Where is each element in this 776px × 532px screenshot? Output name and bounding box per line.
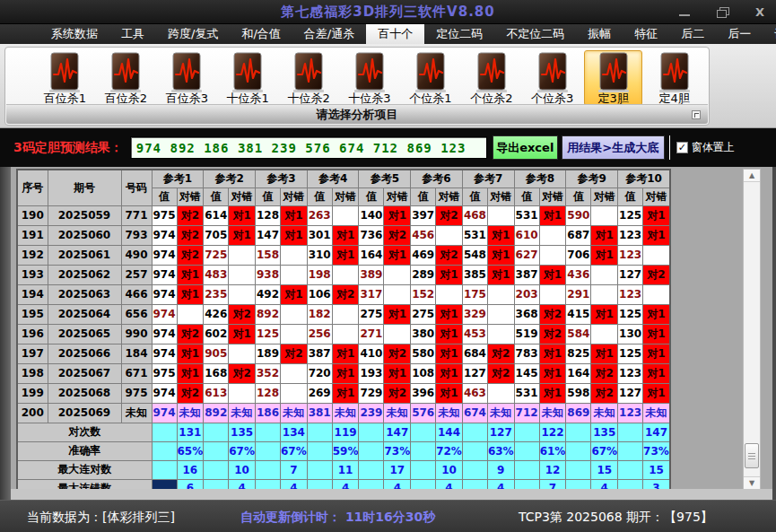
value-cell[interactable]: 705	[204, 225, 229, 245]
value-cell[interactable]: 397	[411, 205, 436, 225]
result-cell[interactable]: 对1	[643, 324, 670, 344]
result-cell[interactable]	[332, 304, 359, 324]
summary-blank-cell[interactable]	[618, 441, 643, 460]
value-cell[interactable]: 380	[411, 324, 436, 344]
result-cell[interactable]: 对1	[436, 383, 463, 403]
result-cell[interactable]	[229, 344, 256, 363]
summary-value-cell[interactable]: 144	[436, 423, 463, 441]
result-cell[interactable]: 对1	[539, 344, 566, 363]
result-cell[interactable]: 对1	[487, 265, 514, 284]
result-cell[interactable]: 对1	[643, 205, 670, 225]
menu-item[interactable]: 计划	[763, 24, 776, 44]
value-cell[interactable]: 783	[514, 344, 539, 363]
summary-blank-cell[interactable]	[462, 423, 487, 441]
result-cell[interactable]: 对1	[539, 383, 566, 403]
result-cell[interactable]: 对1	[591, 344, 618, 363]
value-cell[interactable]: 108	[411, 363, 436, 383]
value-cell[interactable]: 352	[255, 363, 280, 383]
result-cell[interactable]: 未知	[591, 403, 618, 423]
result-cell[interactable]: 对1	[332, 225, 359, 245]
export-excel-button[interactable]: 导出excel	[493, 135, 558, 160]
value-cell[interactable]: 610	[514, 225, 539, 245]
summary-blank-cell[interactable]	[359, 441, 384, 460]
value-cell[interactable]: 584	[566, 324, 591, 344]
menu-item[interactable]: 工具	[109, 24, 156, 44]
value-cell[interactable]: 125	[618, 205, 643, 225]
summary-value-cell[interactable]: 72%	[436, 441, 463, 460]
value-cell[interactable]: 123	[618, 225, 643, 245]
result-cell[interactable]: 对2	[229, 304, 256, 324]
result-cell[interactable]: 对1	[332, 344, 359, 363]
result-cell[interactable]: 对1	[229, 324, 256, 344]
value-cell[interactable]: 712	[514, 403, 539, 423]
summary-value-cell[interactable]: 67%	[280, 441, 307, 460]
value-cell[interactable]: 127	[618, 383, 643, 403]
result-cell[interactable]: 对2	[229, 363, 256, 383]
result-cell[interactable]	[229, 265, 256, 284]
value-cell[interactable]: 291	[566, 284, 591, 304]
result-cell[interactable]: 对1	[436, 265, 463, 284]
value-cell[interactable]: 123	[618, 403, 643, 423]
minimize-icon[interactable]	[677, 6, 692, 19]
value-cell[interactable]: 387	[307, 344, 332, 363]
dialog-launcher-icon[interactable]	[692, 110, 701, 119]
result-cell[interactable]: 未知	[539, 403, 566, 423]
result-cell[interactable]: 对1	[436, 363, 463, 383]
value-cell[interactable]: 203	[514, 284, 539, 304]
value-cell[interactable]: 127	[618, 265, 643, 284]
result-cell[interactable]: 对1	[177, 265, 204, 284]
value-cell[interactable]: 463	[462, 383, 487, 403]
result-cell[interactable]	[591, 265, 618, 284]
result-cell[interactable]: 对1	[436, 324, 463, 344]
result-cell[interactable]	[591, 284, 618, 304]
menu-item[interactable]: 和/合值	[230, 24, 292, 44]
result-cell[interactable]	[177, 304, 204, 324]
value-cell[interactable]: 123	[618, 245, 643, 265]
result-cell[interactable]: 对1	[177, 344, 204, 363]
result-cell[interactable]	[487, 383, 514, 403]
value-cell[interactable]: 627	[514, 245, 539, 265]
value-cell[interactable]: 974	[152, 403, 177, 423]
value-cell[interactable]: 869	[566, 403, 591, 423]
value-cell[interactable]: 193	[359, 363, 384, 383]
result-cell[interactable]: 未知	[487, 403, 514, 423]
value-cell[interactable]: 140	[359, 205, 384, 225]
value-cell[interactable]: 123	[618, 363, 643, 383]
value-cell[interactable]: 492	[255, 284, 280, 304]
result-cell[interactable]: 对1	[332, 245, 359, 265]
value-cell[interactable]: 614	[204, 205, 229, 225]
value-cell[interactable]: 975	[152, 205, 177, 225]
summary-value-cell[interactable]: 12	[539, 460, 566, 479]
summary-blank-cell[interactable]	[566, 460, 591, 479]
summary-blank-cell[interactable]	[307, 423, 332, 441]
value-cell[interactable]: 590	[566, 205, 591, 225]
menu-item[interactable]: 振幅	[576, 24, 623, 44]
menu-item[interactable]: 跨度/复式	[156, 24, 230, 44]
value-cell[interactable]: 301	[307, 225, 332, 245]
result-cell[interactable]: 对1	[280, 205, 307, 225]
summary-value-cell[interactable]: 10	[436, 460, 463, 479]
summary-blank-cell[interactable]	[152, 460, 177, 479]
value-cell[interactable]: 687	[566, 225, 591, 245]
summary-value-cell[interactable]: 9	[487, 460, 514, 479]
value-cell[interactable]: 239	[359, 403, 384, 423]
summary-value-cell[interactable]: 16	[177, 460, 204, 479]
value-cell[interactable]: 825	[566, 344, 591, 363]
value-cell[interactable]: 531	[514, 383, 539, 403]
result-cell[interactable]	[487, 304, 514, 324]
result-cell[interactable]: 对2	[487, 344, 514, 363]
summary-value-cell[interactable]: 63%	[487, 441, 514, 460]
value-cell[interactable]: 436	[566, 265, 591, 284]
result-cell[interactable]: 对2	[177, 383, 204, 403]
toolbar-button[interactable]: 定4胆	[645, 50, 703, 106]
result-cell[interactable]	[591, 205, 618, 225]
value-cell[interactable]: 317	[359, 284, 384, 304]
result-cell[interactable]: 对1	[643, 383, 670, 403]
result-cell[interactable]: 对1	[643, 225, 670, 245]
value-cell[interactable]: 127	[462, 363, 487, 383]
summary-value-cell[interactable]: 67%	[591, 441, 618, 460]
value-cell[interactable]: 974	[152, 383, 177, 403]
result-cell[interactable]: 对1	[539, 205, 566, 225]
scroll-up-icon[interactable]: ▲	[744, 170, 760, 182]
summary-blank-cell[interactable]	[462, 460, 487, 479]
